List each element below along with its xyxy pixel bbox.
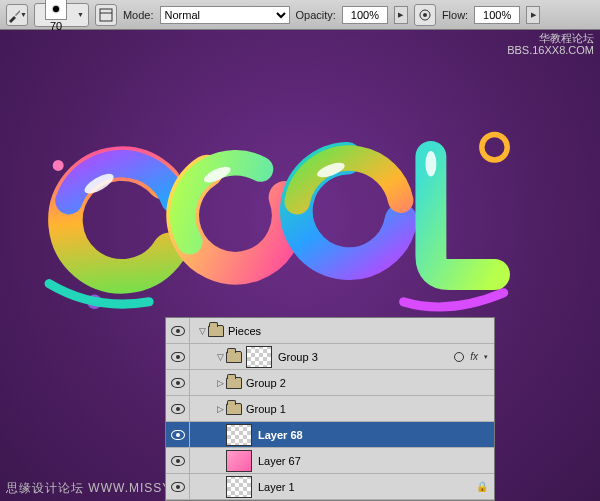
folder-icon	[226, 377, 242, 389]
brush-tip-preview	[45, 0, 67, 20]
folder-icon	[208, 325, 224, 337]
brush-icon	[7, 7, 20, 23]
layer-name[interactable]: Group 1	[246, 403, 286, 415]
flow-stepper[interactable]: ▶	[526, 6, 540, 24]
watermark-top: 华教程论坛 BBS.16XX8.COM	[507, 32, 594, 56]
opacity-field[interactable]: 100%	[342, 6, 388, 24]
layer-row-content: ▽Group 3	[190, 346, 446, 368]
blend-indicator-icon	[454, 352, 464, 362]
svg-point-4	[53, 160, 64, 171]
brush-panel-toggle[interactable]	[95, 4, 117, 26]
document-canvas[interactable]: 华教程论坛 BBS.16XX8.COM 思缘设计论坛	[0, 30, 600, 501]
layer-row-content: ▷Group 1	[190, 403, 446, 415]
tool-preset-picker[interactable]: ▼	[6, 4, 28, 26]
opacity-stepper[interactable]: ▶	[394, 6, 408, 24]
visibility-toggle[interactable]	[166, 318, 190, 344]
layer-name[interactable]: Group 2	[246, 377, 286, 389]
layer-row[interactable]: Layer 1🔒	[166, 474, 494, 500]
layer-row-content: Layer 1	[190, 476, 446, 498]
disclosure-triangle[interactable]: ▷	[214, 404, 226, 414]
chevron-right-icon: ▶	[398, 11, 403, 19]
disclosure-triangle[interactable]: ▽	[214, 352, 226, 362]
disclosure-triangle[interactable]: ▷	[214, 378, 226, 388]
svg-rect-0	[100, 9, 112, 21]
folder-icon	[226, 403, 242, 415]
mode-label: Mode:	[123, 9, 154, 21]
eye-icon	[171, 482, 185, 492]
layer-group-row[interactable]: ▽Pieces	[166, 318, 494, 344]
layer-name[interactable]: Layer 67	[258, 455, 301, 467]
opacity-label: Opacity:	[296, 9, 336, 21]
layer-name[interactable]: Layer 68	[258, 429, 303, 441]
artwork-cool	[40, 120, 513, 320]
eye-icon	[171, 378, 185, 388]
layer-extras: 🔒	[446, 481, 494, 492]
layer-thumbnail	[226, 424, 252, 446]
eye-icon	[171, 404, 185, 414]
chevron-down-icon[interactable]: ▾	[484, 353, 488, 361]
pressure-icon	[418, 8, 432, 22]
visibility-toggle[interactable]	[166, 448, 190, 474]
eye-icon	[171, 456, 185, 466]
fx-badge[interactable]: fx	[470, 351, 478, 362]
eye-icon	[171, 430, 185, 440]
eye-icon	[171, 326, 185, 336]
layer-row-content: ▷Group 2	[190, 377, 446, 389]
layer-thumbnail	[226, 476, 252, 498]
svg-point-16	[425, 151, 436, 176]
layer-name[interactable]: Pieces	[228, 325, 261, 337]
brush-picker[interactable]: 70 ▼	[34, 3, 89, 27]
disclosure-triangle[interactable]: ▽	[196, 326, 208, 336]
blend-mode-select[interactable]: Normal	[160, 6, 290, 24]
brush-options-bar: ▼ 70 ▼ Mode: Normal Opacity: 100% ▶ Flow…	[0, 0, 600, 30]
layer-row[interactable]: Layer 67	[166, 448, 494, 474]
visibility-toggle[interactable]	[166, 370, 190, 396]
svg-point-5	[482, 135, 507, 160]
layers-panel: ▽Pieces▽Group 3fx▾▷Group 2▷Group 1Layer …	[165, 317, 495, 501]
svg-point-3	[423, 13, 427, 17]
chevron-down-icon: ▼	[77, 11, 84, 18]
layer-row-content: ▽Pieces	[190, 325, 446, 337]
flow-field[interactable]: 100%	[474, 6, 520, 24]
layer-row-content: Layer 68	[190, 424, 446, 446]
layer-thumbnail	[226, 450, 252, 472]
layer-row[interactable]: Layer 68	[166, 422, 494, 448]
visibility-toggle[interactable]	[166, 344, 190, 370]
layer-extras: fx▾	[446, 351, 494, 362]
visibility-toggle[interactable]	[166, 422, 190, 448]
layer-name[interactable]: Layer 1	[258, 481, 295, 493]
flow-label: Flow:	[442, 9, 468, 21]
folder-icon	[226, 351, 242, 363]
layer-thumbnail	[246, 346, 272, 368]
visibility-toggle[interactable]	[166, 396, 190, 422]
layer-group-row[interactable]: ▽Group 3fx▾	[166, 344, 494, 370]
chevron-right-icon: ▶	[531, 11, 536, 19]
brush-panel-icon	[99, 8, 113, 22]
layer-name[interactable]: Group 3	[278, 351, 318, 363]
layer-row-content: Layer 67	[190, 450, 446, 472]
visibility-toggle[interactable]	[166, 474, 190, 500]
tablet-pressure-opacity-toggle[interactable]	[414, 4, 436, 26]
chevron-down-icon: ▼	[20, 11, 27, 18]
eye-icon	[171, 352, 185, 362]
lock-icon[interactable]: 🔒	[476, 481, 488, 492]
layer-group-row[interactable]: ▷Group 1	[166, 396, 494, 422]
layer-group-row[interactable]: ▷Group 2	[166, 370, 494, 396]
